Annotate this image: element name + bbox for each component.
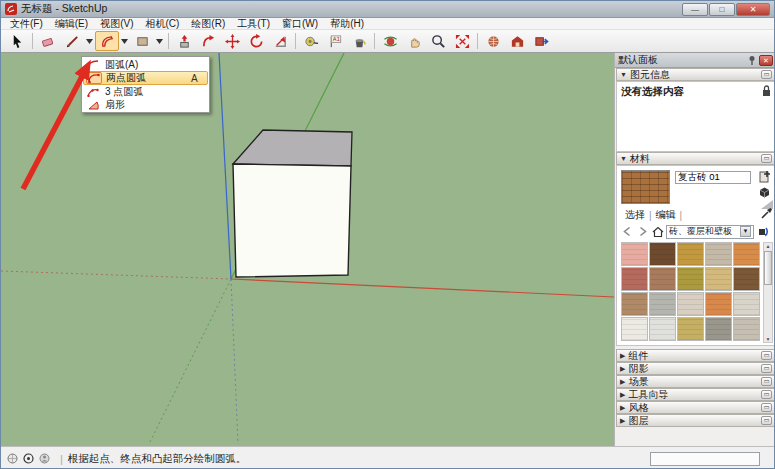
- material-swatch[interactable]: [733, 242, 760, 266]
- menu-item-two-point-arc[interactable]: 两点圆弧 A: [83, 71, 208, 85]
- arc-tool-button[interactable]: [95, 31, 119, 51]
- arc-tool-dropdown[interactable]: [119, 31, 130, 51]
- scroll-up-icon[interactable]: ▲: [764, 243, 772, 249]
- paint-tool-button[interactable]: [347, 31, 371, 51]
- menu-item-pie[interactable]: 扇形: [83, 98, 208, 111]
- create-material-icon[interactable]: [759, 170, 771, 183]
- section-detach-button[interactable]: ▭: [761, 364, 772, 373]
- material-swatch[interactable]: [649, 292, 676, 316]
- section-instructor[interactable]: ▶ 工具向导 ▭: [616, 388, 775, 401]
- panel-title-bar[interactable]: 默认面板 ✕: [615, 53, 775, 68]
- menu-file[interactable]: 文件(F): [4, 17, 49, 31]
- menu-view[interactable]: 视图(V): [94, 17, 139, 31]
- sample-material-icon[interactable]: [758, 186, 771, 199]
- menu-item-three-point-arc[interactable]: 3 点圆弧: [83, 85, 208, 98]
- material-preview[interactable]: [621, 170, 670, 204]
- credits-icon[interactable]: [23, 453, 34, 464]
- maximize-button[interactable]: □: [709, 3, 735, 16]
- line-tool-button[interactable]: [60, 31, 84, 51]
- material-swatch[interactable]: [705, 292, 732, 316]
- material-swatch[interactable]: [649, 267, 676, 291]
- orbit-tool-button[interactable]: [378, 31, 402, 51]
- section-detach-button[interactable]: ▭: [761, 416, 772, 425]
- line-tool-dropdown[interactable]: [84, 31, 95, 51]
- menu-draw[interactable]: 绘图(R): [185, 17, 231, 31]
- material-swatch[interactable]: [705, 242, 732, 266]
- rotate-icon: [249, 34, 264, 49]
- back-icon[interactable]: [621, 225, 634, 238]
- zoom-tool-button[interactable]: [426, 31, 450, 51]
- offset-tool-button[interactable]: [268, 31, 292, 51]
- section-layers[interactable]: ▶ 图层 ▭: [616, 414, 775, 427]
- forward-icon[interactable]: [636, 225, 649, 238]
- tab-edit[interactable]: 编辑: [652, 208, 680, 222]
- tab-select[interactable]: 选择: [621, 208, 649, 222]
- pan-tool-button[interactable]: [402, 31, 426, 51]
- shapes-tool-dropdown[interactable]: [154, 31, 165, 51]
- menu-tools[interactable]: 工具(T): [231, 17, 276, 31]
- add-location-button[interactable]: [481, 31, 505, 51]
- zoom-extents-button[interactable]: [450, 31, 474, 51]
- panel-close-button[interactable]: ✕: [759, 55, 773, 66]
- entity-info-header[interactable]: ▼ 图元信息 ▭: [616, 68, 775, 81]
- section-components[interactable]: ▶ 组件 ▭: [616, 349, 775, 362]
- rotate-tool-button[interactable]: [244, 31, 268, 51]
- scroll-down-icon[interactable]: ▼: [764, 336, 772, 342]
- home-icon[interactable]: [651, 225, 664, 238]
- tape-tool-button[interactable]: [299, 31, 323, 51]
- material-swatch[interactable]: [733, 267, 760, 291]
- in-model-icon[interactable]: [756, 225, 769, 238]
- material-swatch[interactable]: [621, 267, 648, 291]
- material-swatch[interactable]: [621, 317, 648, 341]
- geolocation-icon[interactable]: [7, 453, 18, 464]
- title-bar[interactable]: 无标题 - SketchUp — □ ✕: [1, 1, 774, 18]
- menu-window[interactable]: 窗口(W): [276, 17, 324, 31]
- menu-camera[interactable]: 相机(C): [139, 17, 185, 31]
- section-detach-button[interactable]: ▭: [761, 70, 772, 79]
- material-swatch[interactable]: [677, 317, 704, 341]
- material-swatch[interactable]: [621, 242, 648, 266]
- material-swatch[interactable]: [677, 242, 704, 266]
- section-detach-button[interactable]: ▭: [761, 351, 772, 360]
- material-swatch[interactable]: [649, 242, 676, 266]
- material-name-input[interactable]: [675, 171, 751, 184]
- eyedropper-icon[interactable]: [760, 207, 773, 220]
- material-swatch[interactable]: [705, 317, 732, 341]
- scrollbar-thumb[interactable]: [764, 251, 772, 285]
- menu-help[interactable]: 帮助(H): [324, 17, 370, 31]
- minimize-button[interactable]: —: [682, 3, 708, 16]
- shapes-tool-button[interactable]: [130, 31, 154, 51]
- menu-edit[interactable]: 编辑(E): [49, 17, 94, 31]
- material-swatch[interactable]: [733, 317, 760, 341]
- section-detach-button[interactable]: ▭: [761, 377, 772, 386]
- material-swatch[interactable]: [649, 317, 676, 341]
- close-button[interactable]: ✕: [736, 3, 770, 16]
- section-styles[interactable]: ▶ 风格 ▭: [616, 401, 775, 414]
- text-tool-button[interactable]: A1: [323, 31, 347, 51]
- followme-tool-button[interactable]: [196, 31, 220, 51]
- eraser-tool-button[interactable]: [36, 31, 60, 51]
- section-shadows[interactable]: ▶ 阴影 ▭: [616, 362, 775, 375]
- material-category-select[interactable]: 砖、覆层和壁板 ▼: [666, 225, 754, 239]
- materials-header[interactable]: ▼ 材料 ▭: [616, 152, 775, 165]
- move-tool-button[interactable]: [220, 31, 244, 51]
- menu-item-arc[interactable]: 圆弧(A): [83, 58, 208, 71]
- share-model-button[interactable]: [529, 31, 553, 51]
- material-swatch[interactable]: [621, 292, 648, 316]
- section-detach-button[interactable]: ▭: [761, 390, 772, 399]
- section-detach-button[interactable]: ▭: [761, 403, 772, 412]
- measurement-input[interactable]: [650, 452, 760, 466]
- material-swatch[interactable]: [677, 267, 704, 291]
- material-swatch[interactable]: [677, 292, 704, 316]
- materials-scrollbar[interactable]: ▲ ▼: [763, 242, 773, 343]
- select-tool-button[interactable]: [5, 31, 29, 51]
- pushpull-tool-button[interactable]: [172, 31, 196, 51]
- section-detach-button[interactable]: ▭: [761, 154, 772, 163]
- material-swatch[interactable]: [733, 292, 760, 316]
- lock-icon[interactable]: [762, 85, 771, 97]
- sign-in-icon[interactable]: [39, 453, 50, 464]
- material-swatch[interactable]: [705, 267, 732, 291]
- pin-icon[interactable]: [747, 55, 757, 65]
- section-scenes[interactable]: ▶ 场景 ▭: [616, 375, 775, 388]
- get-models-button[interactable]: [505, 31, 529, 51]
